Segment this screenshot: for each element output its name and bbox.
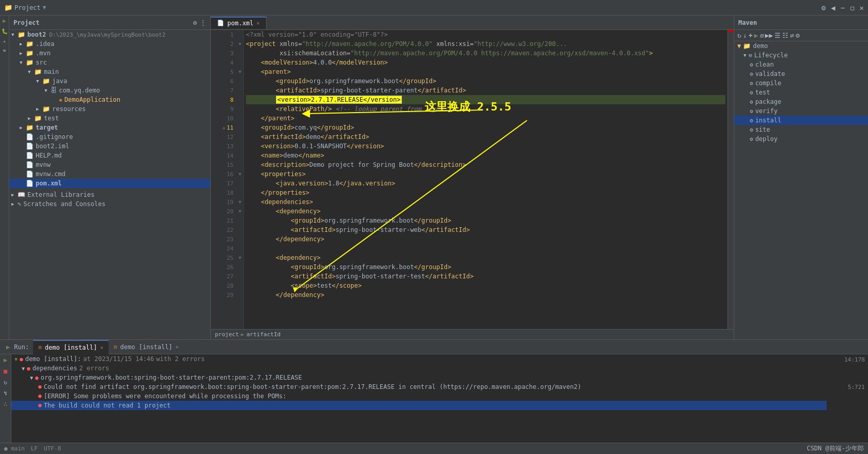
maven-download-icon[interactable]: ⇓ — [743, 32, 747, 39]
maven-expand-icon[interactable]: ⇄ — [790, 32, 794, 39]
code-line-6: <groupId>org.springframework.boot</group… — [246, 76, 725, 86]
tree-item-test[interactable]: ▶ 📁 test — [9, 114, 210, 123]
status-encoding: UTF-8 — [44, 445, 61, 452]
maven-item-demo[interactable]: ▼ 📁 demo — [734, 41, 868, 51]
run-config-icon[interactable]: ◀ — [831, 4, 835, 12]
maven-add-icon[interactable]: + — [749, 32, 753, 39]
maven-item-verify[interactable]: ⚙ verify — [734, 106, 868, 116]
tree-item-mvn[interactable]: ▶ 📁 .mvn — [9, 49, 210, 58]
tree-item-java[interactable]: ▼ 📁 java — [9, 76, 210, 86]
project-dropdown-icon[interactable]: ▼ — [43, 4, 47, 11]
maven-refresh-icon[interactable]: ↻ — [737, 32, 741, 39]
run-item-dependencies[interactable]: ▼ ● dependencies 2 errors — [11, 364, 827, 373]
code-line-8: <version>2.7.17.RELEASE</version> — [246, 95, 725, 104]
tree-item-package[interactable]: ▼ 🗄 com.yq.demo — [9, 86, 210, 95]
status-watermark: CSDN @前端-少年郎 — [807, 444, 864, 453]
code-line-5: <parent> — [246, 67, 725, 76]
sidebar-title: Project — [13, 19, 40, 26]
code-line-25: <dependency> — [246, 253, 725, 262]
code-content[interactable]: <?xml version="1.0" encoding="UTF-8"?> <… — [244, 30, 727, 329]
maven-skip-icon[interactable]: ▶▶ — [765, 32, 773, 39]
code-line-1: <?xml version="1.0" encoding="UTF-8"?> — [246, 30, 725, 39]
tab2-close-icon[interactable]: ✕ — [176, 344, 179, 350]
run-strip-icon[interactable]: ▶ — [3, 18, 6, 24]
bottom-panel: ▶ Run: m demo [install] ✕ m demo [instal… — [0, 339, 868, 443]
run-stats: 14:178 5:721 — [827, 354, 868, 443]
gutter: 1 2 3 4 5 6 7 8 9 10 11 ⚠ 12 13 14 15 16 — [211, 30, 237, 329]
code-line-26: <groupId>org.springframework.boot</group… — [246, 262, 725, 272]
bookmark-strip-icon[interactable]: ⚑ — [3, 48, 6, 54]
tree-item-gitignore[interactable]: 📄 .gitignore — [9, 132, 210, 142]
git-strip-icon[interactable]: ★ — [3, 38, 6, 44]
tree-item-boot2iml[interactable]: 📄 boot2.iml — [9, 142, 210, 151]
tree-item-mvnw[interactable]: 📄 mvnw — [9, 160, 210, 169]
tab-close-icon[interactable]: ✕ — [257, 20, 260, 26]
maven-m-icon[interactable]: m — [760, 32, 763, 39]
sidebar-expand-icon[interactable]: ⋮ — [200, 19, 206, 26]
maven-item-validate[interactable]: ⚙ validate — [734, 69, 868, 79]
run-item-header[interactable]: ▼ ● demo [install]: at 2023/11/15 14:46 … — [11, 354, 827, 364]
settings-icon[interactable]: ⚙ — [822, 4, 826, 12]
tree-item-src[interactable]: ▼ 📁 src — [9, 58, 210, 67]
tab-xml-icon: 📄 — [217, 20, 224, 26]
run-bottom-icon[interactable]: ▶ — [4, 356, 7, 364]
tree-item-main[interactable]: ▼ 📁 main — [9, 67, 210, 76]
rerun-bottom-icon[interactable]: ↻ — [4, 379, 7, 386]
run-item-error-detail1[interactable]: ● Could not find artifact org.springfram… — [11, 382, 827, 392]
minimize-icon[interactable]: − — [841, 4, 845, 12]
maven-align-icon[interactable]: ☷ — [782, 32, 788, 39]
close-icon[interactable]: ✕ — [860, 4, 864, 12]
maven-item-package[interactable]: ⚙ package — [734, 97, 868, 106]
tree-item-pomxml[interactable]: 📄 pom.xml — [9, 179, 210, 188]
tree-item-mvnwcmd[interactable]: 📄 mvnw.cmd — [9, 169, 210, 179]
tab1-close-icon[interactable]: ✕ — [100, 345, 103, 350]
filter-bottom-icon[interactable]: ⛬ — [3, 401, 8, 408]
run-item-error-detail2[interactable]: ● [ERROR] Some problems were encountered… — [11, 392, 827, 401]
right-scrollbar[interactable] — [727, 30, 734, 329]
breadcrumb-artifactid[interactable]: artifactId — [246, 331, 281, 338]
maven-item-test[interactable]: ⚙ test — [734, 88, 868, 97]
maven-item-lifecycle[interactable]: ▼ ⚒ Lifecycle — [734, 51, 868, 60]
debug-strip-icon[interactable]: 🐛 — [2, 28, 8, 34]
maven-item-site[interactable]: ⚙ site — [734, 125, 868, 134]
tree-item-external-libs[interactable]: ▶ 📖 External Libraries — [9, 190, 210, 199]
breadcrumb: project ► artifactId — [211, 329, 734, 339]
maven-item-clean[interactable]: ⚙ clean — [734, 60, 868, 69]
tree-item-scratches[interactable]: ▶ ✎ Scratches and Consoles — [9, 199, 210, 209]
bottom-left-icons: ▶ ■ ↻ ↯ ⛬ — [0, 354, 11, 443]
run-linecount: 14:178 — [844, 356, 865, 363]
tree-item-resources[interactable]: ▶ 📁 resources — [9, 104, 210, 114]
bottom-tab-demo-install-1[interactable]: m demo [install] ✕ — [33, 340, 109, 354]
maven-lifecycle-icon[interactable]: ☰ — [774, 32, 781, 39]
maven-tab-icon: m — [38, 344, 42, 351]
breadcrumb-project[interactable]: project — [215, 331, 239, 338]
maven-item-compile[interactable]: ⚙ compile — [734, 79, 868, 88]
bottom-tab-demo-install-2[interactable]: m demo [install] ✕ — [109, 340, 184, 354]
tree-item-target[interactable]: ▶ 📁 target — [9, 123, 210, 132]
code-line-21: <groupId>org.springframework.boot</group… — [246, 216, 725, 225]
code-line-2: <project xmlns="http://maven.apache.org/… — [246, 39, 725, 49]
maven-item-deploy[interactable]: ⚙ deploy — [734, 134, 868, 144]
tree-item-idea[interactable]: ▶ 📁 .idea — [9, 39, 210, 49]
run-colcount: 5:721 — [848, 384, 865, 390]
code-line-11: <groupId>com.yq</groupId> — [246, 123, 725, 132]
scroll-end-icon[interactable]: ↯ — [4, 390, 7, 397]
maven-settings-icon[interactable]: ⚙ — [796, 32, 800, 39]
run-item-error-selected[interactable]: ● The build could not read 1 project — [11, 401, 827, 410]
editor-tab-pomxml[interactable]: 📄 pom.xml ✕ — [211, 17, 267, 29]
status-git: ● main — [4, 445, 25, 452]
project-icon: 📁 — [4, 4, 12, 11]
tree-item-demoapplication[interactable]: ◆ DemoApplication — [9, 95, 210, 104]
editor-tabs: 📄 pom.xml ✕ — [211, 15, 734, 30]
top-bar: 📁 Project ▼ ⚙ ◀ − ◻ ✕ — [0, 0, 868, 15]
restore-icon[interactable]: ◻ — [850, 4, 854, 12]
maven-item-install[interactable]: ⚙ install — [734, 116, 868, 125]
sidebar-gear-icon[interactable]: ⚙ — [193, 19, 197, 26]
stop-bottom-icon[interactable]: ■ — [4, 368, 7, 375]
maven-run-icon[interactable]: ▶ — [754, 32, 758, 39]
run-item-error1[interactable]: ▼ ● org.springframework.boot:spring-boot… — [11, 373, 827, 382]
bottom-tab-run[interactable]: ▶ Run: — [2, 340, 33, 354]
tree-item-boot2[interactable]: ▼ 📁 boot2 D:\2023_\myJava\mySpringBoot\b… — [9, 30, 210, 39]
sidebar: Project ⚙ ⋮ ▼ 📁 boot2 D:\2023_\myJava\my… — [9, 15, 211, 339]
tree-item-helpmd[interactable]: 📄 HELP.md — [9, 151, 210, 160]
